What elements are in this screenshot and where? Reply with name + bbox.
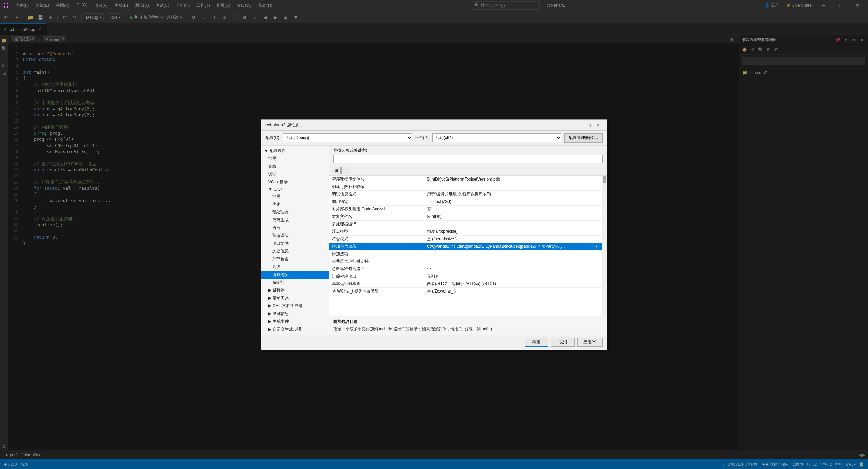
tree-expand-icon: ▶: [268, 327, 271, 332]
tree-item-label: 所有选项: [272, 272, 289, 278]
tree-item-preprocessor[interactable]: 预处理器: [261, 208, 329, 216]
tree-item-label: 高级: [272, 264, 280, 270]
table-row[interactable]: 程序数据库文件名 $(IntDir)vc$(PlatformToolsetVer…: [329, 176, 602, 183]
tree-item-label: VC++ 目录: [268, 179, 288, 185]
tree-item-label: 优化: [272, 202, 280, 207]
categorized-view-btn[interactable]: ⊞: [332, 167, 341, 174]
tree-item-optimization[interactable]: 优化: [261, 201, 329, 208]
tree-item-cmdline[interactable]: 命令行: [261, 279, 329, 286]
table-cell-name: 程序数据库文件名: [329, 176, 424, 183]
dialog-right: 查找选项或关键字: ⊞ ↕ 程序数据库文件名 $(IntDir)vc$(Plat…: [329, 146, 607, 335]
table-row[interactable]: 创建可热补补映像: [329, 183, 602, 191]
table-cell-name: 符合模式: [329, 236, 424, 243]
tree-item-xml-gen[interactable]: ▶ XML 文档生成器: [261, 302, 329, 310]
table-cell-value: 是 (/permissive-): [424, 236, 602, 243]
dialog-title: ccf-sinan2 属性页: [265, 122, 586, 128]
tree-root[interactable]: ▼ 配置属性: [261, 147, 329, 155]
tree-item-label: 预编译头: [272, 233, 289, 239]
tree-item-linker[interactable]: ▶ 链接器: [261, 286, 329, 294]
tree-item-label: 调试: [268, 171, 276, 177]
tree-item-label: 自定义生成步骤: [273, 326, 301, 332]
tree-item-debug[interactable]: 调试: [261, 170, 329, 178]
platform-p-label: 平台(P):: [415, 135, 430, 141]
tree-item-label: 清单工具: [273, 295, 289, 301]
tree-item-advanced-cpp[interactable]: 高级: [261, 263, 329, 271]
tree-item-external[interactable]: 外部包含: [261, 255, 329, 263]
tree-expand-icon: ▶: [268, 303, 271, 308]
dialog-scrollbar[interactable]: [602, 176, 607, 316]
sorted-view-btn[interactable]: ↕: [341, 167, 350, 174]
table-row[interactable]: 调用约定 __cdecl (/Gd): [329, 198, 602, 206]
table-cell-value: 用于"编辑并继续"的程序数据库 (/Zi): [424, 191, 602, 198]
tree-item-language[interactable]: 语言: [261, 224, 329, 232]
config-select[interactable]: 活动(Debug): [283, 133, 412, 142]
platform-select[interactable]: 活动(x64): [432, 133, 561, 142]
table-cell-name: 将 WChar_t 视为内置类型: [329, 288, 424, 295]
table-cell-value: $(IntDir): [424, 213, 602, 220]
tree-expand-icon: ▼: [264, 148, 268, 153]
table-cell-name: 对象文件名: [329, 213, 424, 220]
table-row-highlighted[interactable]: 附加包含目录 C:\QPanda2\include\qpanda2;C:\QPa…: [329, 243, 602, 250]
tree-item-build-events[interactable]: ▶ 生成事件: [261, 318, 329, 325]
tree-item-codegen[interactable]: 代码生成: [261, 216, 329, 224]
tree-item-vc-dirs[interactable]: VC++ 目录: [261, 178, 329, 186]
tree-item-general[interactable]: 常规: [261, 155, 329, 163]
tree-item-manifest[interactable]: ▶ 清单工具: [261, 294, 329, 302]
tree-item-label: 浏览信息: [273, 311, 289, 317]
dialog-search-row: 查找选项或关键字:: [329, 146, 607, 165]
table-row[interactable]: 公共语言运行时支持: [329, 258, 602, 265]
dialog-table-toolbar: ⊞ ↕: [329, 165, 607, 176]
table-cell-value: [424, 253, 602, 255]
table-cell-value: 精度 (/fp:precise): [424, 228, 602, 235]
tree-item-label: 输出文件: [272, 241, 289, 246]
properties-dialog: ccf-sinan2 属性页 ? ✕ 配置(C): 活动(Debug) 平台(P…: [261, 119, 607, 350]
tree-expand-icon: ▶: [268, 296, 271, 300]
apply-button[interactable]: 应用(A): [577, 338, 603, 347]
table-cell-value: 是 (/Zc:wchar_t): [424, 288, 602, 295]
tree-item-output[interactable]: 输出文件: [261, 240, 329, 247]
cancel-button[interactable]: 取消: [551, 338, 575, 347]
dialog-overlay: ccf-sinan2 属性页 ? ✕ 配置(C): 活动(Debug) 平台(P…: [0, 0, 868, 469]
tree-item-label: 生成事件: [273, 319, 289, 324]
tree-item-all-options[interactable]: 所有选项: [261, 271, 329, 279]
dialog-help-btn[interactable]: ?: [586, 121, 594, 129]
tree-root-label: 配置属性: [270, 148, 286, 154]
dialog-close-btn[interactable]: ✕: [594, 121, 603, 129]
table-cell-value: [424, 261, 602, 262]
table-row[interactable]: 将 WChar_t 视为内置类型 是 (/Zc:wchar_t): [329, 288, 602, 295]
ok-button[interactable]: 确定: [525, 338, 548, 347]
table-cell-name: 调试信息格式: [329, 191, 424, 198]
tree-item-label: 语言: [272, 225, 280, 231]
table-cell-name: 调用约定: [329, 198, 424, 205]
table-row[interactable]: 附加选项: [329, 250, 602, 258]
tree-item-label: 预处理器: [272, 209, 289, 215]
table-cell-name: 附加选项: [329, 250, 424, 258]
table-row[interactable]: 对外部标头禁用 Code Analysis 否: [329, 206, 602, 213]
tree-item-label: 浏览信息: [272, 248, 289, 254]
table-row[interactable]: 忽略标准包含路径 否: [329, 265, 602, 273]
table-cell-value: 无列表: [424, 273, 602, 280]
tree-item-cpp-general[interactable]: 常规: [261, 193, 329, 201]
tree-item-pch[interactable]: 预编译头: [261, 232, 329, 240]
dialog-search-input[interactable]: [333, 155, 603, 163]
table-row[interactable]: 汇编程序输出 无列表: [329, 273, 602, 280]
table-cell-name: 浮点模型: [329, 228, 424, 235]
table-cell-name: 基本运行时检查: [329, 280, 424, 287]
table-cell-value: __cdecl (/Gd): [424, 199, 602, 205]
tree-item-custom-build[interactable]: ▶ 自定义生成步骤: [261, 325, 329, 333]
tree-item-cpp[interactable]: ▼ C/C++: [261, 186, 329, 193]
expand-icon[interactable]: ▾: [594, 244, 599, 249]
table-row[interactable]: 基本运行时检查 两者(/RTC1，等同于 /RTCsu) (/RTC1): [329, 280, 602, 288]
tree-item-browse[interactable]: 浏览信息: [261, 247, 329, 255]
table-row[interactable]: 多处理器编译: [329, 221, 602, 228]
tree-item-advanced[interactable]: 高级: [261, 163, 329, 170]
tree-item-browse2[interactable]: ▶ 浏览信息: [261, 310, 329, 318]
table-row[interactable]: 符合模式 是 (/permissive-): [329, 236, 602, 243]
table-row[interactable]: 浮点模型 精度 (/fp:precise): [329, 228, 602, 236]
table-row[interactable]: 对象文件名 $(IntDir): [329, 213, 602, 221]
tree-item-label: 命令行: [272, 280, 284, 285]
dialog-footer: 确定 取消 应用(A): [261, 335, 607, 350]
table-cell-name: 公共语言运行时支持: [329, 258, 424, 265]
config-manager-btn[interactable]: 配置管理器(O)...: [564, 133, 603, 143]
table-row[interactable]: 调试信息格式 用于"编辑并继续"的程序数据库 (/Zi): [329, 191, 602, 198]
